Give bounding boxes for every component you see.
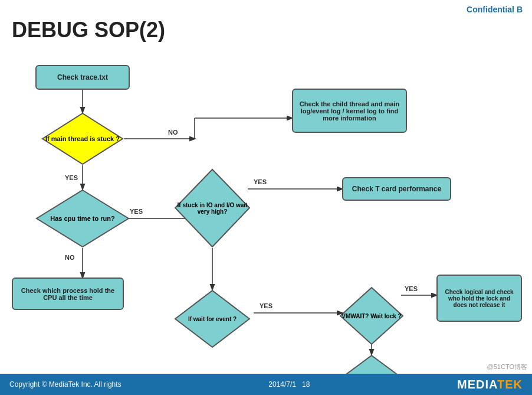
yes-label-3: YES [254, 178, 267, 185]
yes-label-5: YES [405, 285, 418, 292]
check-logical-node: Check logical and check who hold the loc… [436, 275, 522, 322]
blog-watermark: @51CTO博客 [487, 363, 527, 371]
wait-event-diamond: If wait for event ? [174, 289, 251, 348]
footer: Copyright © MediaTek Inc. All rights 201… [0, 374, 532, 395]
yes-label-2: YES [130, 208, 143, 215]
no-label-2: NO [65, 254, 75, 261]
footer-logo: MEDIATEK [457, 378, 523, 391]
flowchart-area: Check trace.txt NO YES YES NO YES YES YE… [0, 53, 532, 374]
yes-label-4: YES [260, 302, 272, 309]
check-child-thread-node: Check the child thread and main log/even… [292, 89, 407, 133]
yes-label-1: YES [65, 174, 78, 181]
page-title: DEBUG SOP(2) [12, 18, 165, 43]
cpu-time-diamond: Has cpu time to run? [35, 189, 130, 248]
check-trace-node: Check trace.txt [35, 65, 130, 90]
stuck-io-diamond: If stuck in IO and I/O wait very high? [174, 168, 251, 248]
footer-copyright: Copyright © MediaTek Inc. All rights [9, 380, 121, 389]
main-thread-diamond: If main thread is stuck ? [41, 112, 124, 165]
vmwait-diamond: VMWAIT? Wait lock ? [339, 286, 404, 345]
confidential-label: Confidential B [467, 5, 523, 14]
check-cpu-process-node: Check which process hold the CPU all the… [12, 278, 124, 310]
no-label-1: NO [168, 129, 178, 136]
footer-date-page: 2014/7/1 18 [268, 380, 310, 389]
check-card-node: Check T card performance [342, 177, 451, 201]
